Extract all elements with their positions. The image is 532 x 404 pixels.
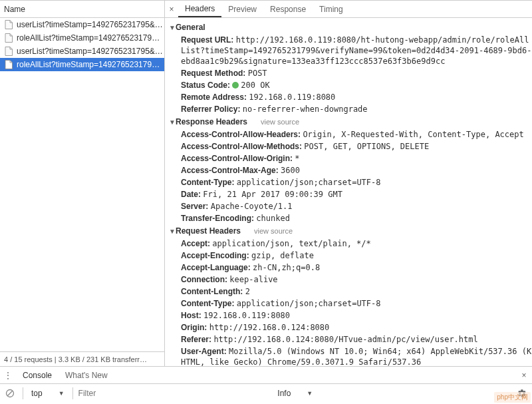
file-icon — [4, 20, 13, 29]
header-value: 2 — [245, 287, 250, 296]
header-row: Content-Length: 2 — [169, 286, 532, 298]
svg-line-1 — [7, 391, 12, 395]
headers-content: ▼GeneralRequest URL: http://192.168.0.11… — [165, 18, 532, 366]
request-row[interactable]: userList?timeStamp=1492765231795&… — [0, 18, 164, 31]
drawer-close-icon[interactable]: × — [516, 371, 532, 380]
header-key: Content-Length: — [181, 287, 243, 296]
header-key: Server: — [181, 202, 208, 211]
header-value: POST, GET, OPTIONS, DELETE — [304, 142, 429, 151]
requests-summary: 4 / 15 requests | 3.3 KB / 231 KB transf… — [0, 351, 164, 366]
drawer-tab-console[interactable]: Console — [16, 367, 59, 383]
header-key: Remote Address: — [181, 93, 247, 102]
header-value: 192.168.0.119:8080 — [249, 93, 335, 102]
header-value: * — [295, 154, 299, 163]
header-row: Connection: keep-alive — [169, 274, 532, 286]
tab-preview[interactable]: Preview — [221, 1, 263, 17]
file-icon — [4, 47, 13, 56]
header-value: application/json;charset=UTF-8 — [237, 178, 381, 187]
drawer-tab-what-s-new[interactable]: What's New — [59, 367, 114, 383]
file-icon — [4, 60, 13, 69]
request-row[interactable]: userList?timeStamp=1492765231795&… — [0, 45, 164, 58]
header-value: gzip, deflate — [251, 251, 314, 260]
chevron-down-icon: ▼ — [169, 118, 176, 126]
requests-sidebar: Name userList?timeStamp=1492765231795&…r… — [0, 1, 165, 366]
chevron-down-icon: ▼ — [169, 24, 176, 31]
header-row: Referer: http://192.168.0.124:8080/HTvue… — [169, 333, 532, 345]
header-key: Request URL: — [181, 35, 233, 45]
request-name: roleAllList?timeStamp=149276523179… — [17, 33, 160, 43]
header-value: keep-alive — [229, 275, 277, 284]
header-value: Mozilla/5.0 (Windows NT 10.0; Win64; x64… — [181, 347, 531, 366]
header-key: Transfer-Encoding: — [181, 214, 254, 223]
header-value: chunked — [256, 214, 290, 223]
clear-console-icon[interactable] — [3, 386, 17, 401]
header-row: Server: Apache-Coyote/1.1 — [169, 200, 532, 212]
drawer-menu-icon[interactable]: ⋮ — [0, 371, 16, 380]
section-toggle[interactable]: ▼Request Headersview source — [169, 224, 532, 238]
header-value: 3600 — [281, 166, 300, 175]
tab-response[interactable]: Response — [263, 1, 313, 17]
header-row: Transfer-Encoding: chunked — [169, 212, 532, 224]
header-key: Access-Control-Allow-Origin: — [181, 154, 293, 163]
request-row[interactable]: roleAllList?timeStamp=149276523179… — [0, 58, 164, 71]
column-header-name[interactable]: Name — [0, 1, 164, 18]
details-panel: × HeadersPreviewResponseTiming ▼GeneralR… — [165, 1, 532, 366]
section-title: General — [176, 23, 205, 32]
view-source-link[interactable]: view source — [261, 118, 299, 126]
header-row: Host: 192.168.0.119:8080 — [169, 309, 532, 321]
header-key: Content-Type: — [181, 299, 234, 308]
header-value: http://192.168.0.124:8080/HTvue-admin/pc… — [213, 335, 477, 344]
header-key: Referrer Policy: — [181, 104, 240, 114]
header-row: Referrer Policy: no-referrer-when-downgr… — [169, 103, 532, 115]
header-value: http://192.168.0.119:8080/ht-hutong-weba… — [181, 35, 531, 66]
close-icon[interactable]: × — [165, 1, 178, 17]
file-icon — [4, 33, 13, 43]
header-key: User-Agent: — [181, 347, 227, 356]
tab-headers[interactable]: Headers — [178, 1, 221, 17]
section-toggle[interactable]: ▼Response Headersview source — [169, 115, 532, 128]
section-toggle[interactable]: ▼General — [169, 21, 532, 34]
header-value: Apache-Coyote/1.1 — [211, 202, 293, 211]
header-row: Origin: http://192.168.0.124:8080 — [169, 321, 532, 333]
details-tabs: × HeadersPreviewResponseTiming — [165, 1, 532, 18]
status-dot-icon — [232, 82, 239, 89]
header-key: Access-Control-Max-Age: — [181, 166, 279, 175]
request-name: roleAllList?timeStamp=149276523179… — [17, 60, 160, 69]
header-row: User-Agent: Mozilla/5.0 (Windows NT 10.0… — [169, 345, 532, 366]
console-toolbar: top▼ Info▼ — [0, 383, 532, 402]
header-key: Accept-Encoding: — [181, 251, 249, 260]
header-row: Status Code: 200 OK — [169, 79, 532, 91]
request-name: userList?timeStamp=1492765231795&… — [17, 47, 163, 56]
request-row[interactable]: roleAllList?timeStamp=149276523179… — [0, 31, 164, 45]
header-value: 200 OK — [232, 81, 269, 90]
request-name: userList?timeStamp=1492765231795&… — [17, 20, 163, 29]
header-row: Access-Control-Allow-Origin: * — [169, 152, 532, 164]
view-source-link[interactable]: view source — [254, 227, 293, 235]
header-value: POST — [248, 69, 267, 78]
header-row: Access-Control-Allow-Methods: POST, GET,… — [169, 140, 532, 152]
console-filter-input[interactable] — [78, 387, 273, 400]
tab-timing[interactable]: Timing — [313, 1, 350, 17]
header-row: Accept-Language: zh-CN,zh;q=0.8 — [169, 262, 532, 274]
section-title: Response Headers — [176, 117, 247, 126]
header-value: application/json;charset=UTF-8 — [237, 299, 381, 308]
header-row: Date: Fri, 21 Apr 2017 09:00:39 GMT — [169, 188, 532, 200]
header-key: Access-Control-Allow-Headers: — [181, 130, 301, 139]
header-key: Host: — [181, 311, 201, 320]
header-key: Accept: — [181, 239, 210, 248]
header-key: Origin: — [181, 323, 207, 332]
header-value: http://192.168.0.124:8080 — [209, 323, 330, 332]
header-row: Remote Address: 192.168.0.119:8080 — [169, 91, 532, 103]
header-key: Access-Control-Allow-Methods: — [181, 142, 302, 151]
header-row: Request Method: POST — [169, 67, 532, 79]
log-level-selector[interactable]: Info▼ — [275, 387, 315, 400]
section-title: Request Headers — [176, 226, 241, 236]
context-selector[interactable]: top▼ — [29, 387, 67, 400]
header-row: Accept: application/json, text/plain, */… — [169, 238, 532, 250]
header-row: Content-Type: application/json;charset=U… — [169, 176, 532, 188]
header-row: Request URL: http://192.168.0.119:8080/h… — [169, 34, 532, 67]
header-row: Access-Control-Max-Age: 3600 — [169, 164, 532, 176]
header-key: Accept-Language: — [181, 263, 251, 272]
header-key: Date: — [181, 190, 201, 199]
drawer-tabs: ⋮ ConsoleWhat's New × — [0, 366, 532, 383]
